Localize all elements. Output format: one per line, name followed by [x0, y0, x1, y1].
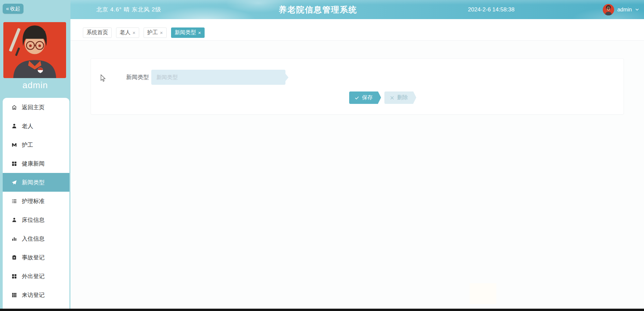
bottom-edge-bar: [0, 309, 644, 311]
user-menu[interactable]: admin: [601, 0, 641, 19]
sidebar-item-6[interactable]: 床位信息: [3, 210, 69, 229]
datetime-display: 2024-2-6 14:58:38: [468, 0, 515, 19]
sidebar: «收起 admin 返回主页老人护工健康新闻新闻类型护理标准床位信息入住信息事故…: [0, 0, 70, 311]
sidebar-item-2[interactable]: 护工: [3, 135, 69, 154]
screen-artifact: [470, 283, 496, 304]
list-icon: [11, 198, 17, 204]
sidebar-item-label: 护工: [22, 141, 33, 149]
sidebar-item-label: 老人: [22, 122, 33, 130]
paper-plane-icon: [11, 180, 17, 185]
tab-label: 老人: [120, 29, 130, 36]
sidebar-item-0[interactable]: 返回主页: [3, 98, 69, 117]
tab-close-icon[interactable]: ×: [132, 30, 136, 35]
main-content: 新闻类型 保存 删除: [70, 41, 644, 309]
news-type-form-card: 新闻类型 保存 删除: [91, 58, 624, 115]
header-bar: 北京 4.6° 晴 东北风 2级 养老院信息管理系统 2024-2-6 14:5…: [70, 0, 644, 19]
tab-close-icon[interactable]: ×: [160, 30, 163, 35]
sidebar-item-7[interactable]: 入住信息: [3, 229, 69, 248]
person-icon: [11, 217, 17, 223]
grid-2x2-icon: [11, 273, 17, 279]
form-buttons: 保存 删除: [349, 91, 413, 104]
weather-info: 北京 4.6° 晴 东北风 2级: [96, 0, 161, 19]
tab-close-icon[interactable]: ×: [198, 30, 201, 35]
sidebar-item-label: 健康新闻: [22, 160, 45, 168]
tab-2[interactable]: 护工×: [144, 27, 167, 38]
sidebar-item-label: 来访登记: [22, 291, 45, 299]
sidebar-username: admin: [0, 80, 70, 90]
news-type-label: 新闻类型: [91, 73, 149, 81]
tab-1[interactable]: 老人×: [116, 27, 139, 38]
sidebar-item-label: 入住信息: [22, 235, 45, 243]
check-icon: [355, 96, 359, 100]
chevrons-left-icon: «: [6, 6, 9, 11]
close-icon: [390, 96, 394, 100]
tab-3[interactable]: 新闻类型×: [171, 27, 205, 38]
save-button[interactable]: 保存: [349, 91, 378, 104]
sidebar-item-5[interactable]: 护理标准: [3, 192, 69, 210]
news-type-input-wrap: [151, 70, 285, 85]
clipboard-x-icon: [11, 255, 17, 260]
bar-chart-icon: [11, 236, 17, 242]
tab-label: 新闻类型: [175, 29, 196, 36]
home-icon: [11, 105, 17, 110]
sidebar-item-8[interactable]: 事故登记: [3, 248, 69, 267]
grid-3x3-icon: [11, 292, 17, 298]
sidebar-item-9[interactable]: 外出登记: [3, 267, 69, 286]
tab-label: 系统首页: [87, 29, 108, 36]
sidebar-item-label: 护理标准: [22, 197, 45, 205]
tab-0[interactable]: 系统首页: [83, 27, 112, 38]
sidebar-item-label: 外出登记: [22, 272, 45, 280]
user-avatar-small: [603, 4, 614, 15]
elder-icon: [11, 123, 17, 129]
sidebar-item-label: 床位信息: [22, 216, 45, 224]
form-row: 新闻类型: [91, 70, 285, 85]
sidebar-item-label: 事故登记: [22, 254, 45, 261]
delete-button[interactable]: 删除: [384, 91, 413, 104]
collapse-sidebar-button[interactable]: «收起: [3, 4, 23, 14]
news-type-input[interactable]: [151, 70, 285, 85]
sidebar-item-label: 返回主页: [22, 104, 45, 111]
user-avatar-image: [3, 22, 66, 78]
sidebar-menu: 返回主页老人护工健康新闻新闻类型护理标准床位信息入住信息事故登记外出登记来访登记…: [3, 98, 69, 311]
grid-2x2-icon: [11, 161, 17, 167]
tabs-bar: 系统首页老人×护工×新闻类型×: [70, 19, 644, 41]
tab-label: 护工: [147, 29, 158, 36]
page-title: 养老院信息管理系统: [279, 0, 357, 19]
user-name: admin: [617, 7, 632, 13]
chevron-down-icon[interactable]: [635, 7, 639, 12]
caregiver-icon: [11, 142, 17, 148]
sidebar-item-label: 新闻类型: [22, 179, 45, 186]
sidebar-item-3[interactable]: 健康新闻: [3, 154, 69, 173]
sidebar-item-10[interactable]: 来访登记: [3, 286, 69, 304]
sidebar-item-4[interactable]: 新闻类型: [3, 173, 69, 192]
sidebar-item-1[interactable]: 老人: [3, 117, 69, 135]
